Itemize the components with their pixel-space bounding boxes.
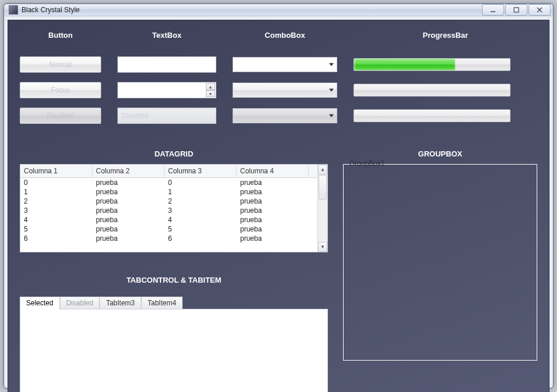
table-cell: prueba — [237, 187, 309, 197]
table-cell: prueba — [237, 178, 309, 187]
column-headers: Button TextBox ComboBox ProgressBar — [20, 31, 537, 47]
scroll-thumb[interactable] — [319, 175, 327, 199]
table-cell: prueba — [92, 215, 165, 224]
datagrid-rows: 0prueba0prueba1prueba1prueba2prueba2prue… — [20, 178, 317, 251]
minimize-button[interactable] — [482, 4, 504, 16]
spinner-buttons: ▲ ▼ — [206, 83, 215, 97]
tabcontrol-title: TABCONTROL & TABITEM — [20, 276, 328, 284]
table-cell: 6 — [20, 234, 92, 243]
chevron-down-icon — [329, 89, 334, 92]
table-cell: prueba — [92, 197, 165, 206]
table-cell: 2 — [20, 197, 92, 206]
groupbox: GroupBox1 — [343, 164, 537, 361]
table-cell: prueba — [92, 224, 165, 234]
table-cell: prueba — [92, 206, 165, 215]
table-cell: prueba — [92, 234, 165, 243]
tab-tabitem3[interactable]: TabItem3 — [99, 297, 141, 309]
table-row[interactable]: 5prueba5prueba — [20, 224, 317, 234]
datagrid-col-header[interactable]: Columna 2 — [92, 165, 165, 177]
table-cell: prueba — [92, 178, 165, 187]
table-cell: 4 — [165, 215, 237, 224]
scroll-up-button[interactable]: ▲ — [318, 165, 327, 174]
window-title: Black Crystal Style — [22, 6, 482, 14]
table-cell: 6 — [165, 234, 237, 243]
app-icon — [9, 5, 18, 15]
normal-button[interactable]: Normal — [20, 56, 101, 73]
datagrid-col-header[interactable]: Columna 1 — [20, 165, 92, 177]
spinner-up-button[interactable]: ▲ — [206, 83, 215, 90]
tab-disabled: Disabled — [60, 297, 100, 309]
focus-button[interactable]: Focus — [20, 82, 101, 98]
tab-tabitem4[interactable]: TabItem4 — [141, 297, 183, 309]
chevron-down-icon — [329, 115, 334, 117]
tab-control: SelectedDisabledTabItem3TabItem4 — [20, 309, 328, 392]
textbox-normal[interactable] — [117, 56, 216, 73]
datagrid-title: DATAGRID — [20, 149, 328, 158]
table-row[interactable]: 2prueba2prueba — [20, 197, 317, 206]
progressbar-empty-1 — [354, 84, 510, 97]
datagrid-col-header[interactable]: Columna 3 — [165, 165, 237, 177]
chevron-down-icon — [329, 63, 334, 66]
textbox-disabled: Disabled — [117, 108, 216, 124]
groupbox-label: GroupBox1 — [348, 159, 386, 168]
svg-rect-1 — [514, 8, 519, 12]
header-progressbar: ProgressBar — [354, 31, 537, 47]
tab-selected[interactable]: Selected — [20, 297, 60, 309]
table-row[interactable]: 1prueba1prueba — [20, 187, 317, 197]
table-cell: 1 — [165, 187, 237, 197]
groupbox-title: GROUPBOX — [343, 149, 537, 158]
table-cell: prueba — [92, 187, 165, 197]
table-cell: 3 — [20, 206, 92, 215]
table-row[interactable]: 3prueba3prueba — [20, 206, 317, 215]
table-cell: 0 — [20, 178, 92, 187]
table-cell: 3 — [165, 206, 237, 215]
header-combobox: ComboBox — [233, 31, 337, 47]
table-cell: 5 — [165, 224, 237, 234]
combobox-disabled — [233, 108, 337, 123]
spinner-down-button[interactable]: ▼ — [206, 90, 215, 97]
datagrid-col-header[interactable]: Columna 4 — [237, 165, 309, 177]
textbox-spinner[interactable]: ▲ ▼ — [117, 82, 216, 98]
combobox-glossy[interactable] — [233, 83, 337, 98]
table-cell: 0 — [165, 178, 237, 187]
header-textbox: TextBox — [117, 31, 216, 47]
table-row[interactable]: 6prueba6prueba — [20, 234, 317, 243]
table-cell: 2 — [165, 197, 237, 206]
progressbar-active — [354, 58, 510, 71]
table-row[interactable]: 0prueba0prueba — [20, 178, 317, 187]
app-window: Black Crystal Style Button TextBox Combo… — [3, 3, 554, 389]
table-cell: prueba — [237, 224, 309, 234]
titlebar[interactable]: Black Crystal Style — [4, 4, 553, 16]
table-cell: prueba — [237, 234, 309, 243]
table-cell: prueba — [237, 206, 309, 215]
combobox-normal[interactable] — [233, 57, 337, 72]
table-cell: 1 — [20, 187, 92, 197]
maximize-button[interactable] — [505, 4, 527, 16]
datagrid-scrollbar[interactable]: ▲ ▼ — [317, 165, 327, 252]
datagrid[interactable]: Columna 1 Columna 2 Columna 3 Columna 4 … — [20, 164, 328, 252]
progressbar-fill — [354, 59, 455, 70]
window-buttons — [482, 4, 551, 16]
table-cell: 4 — [20, 215, 92, 224]
tab-strip: SelectedDisabledTabItem3TabItem4 — [20, 297, 183, 309]
disabled-button: Disabled — [20, 108, 101, 124]
table-cell: 5 — [20, 224, 92, 234]
table-cell: prueba — [237, 215, 309, 224]
header-button: Button — [20, 31, 101, 47]
datagrid-header-row: Columna 1 Columna 2 Columna 3 Columna 4 — [20, 165, 317, 178]
textbox-disabled-placeholder: Disabled — [122, 112, 149, 120]
client-area: Button TextBox ComboBox ProgressBar Norm… — [8, 20, 549, 392]
table-cell: prueba — [237, 197, 309, 206]
close-button[interactable] — [529, 4, 551, 16]
scroll-down-button[interactable]: ▼ — [318, 242, 327, 252]
table-row[interactable]: 4prueba4prueba — [20, 215, 317, 224]
progressbar-empty-2 — [354, 109, 510, 122]
